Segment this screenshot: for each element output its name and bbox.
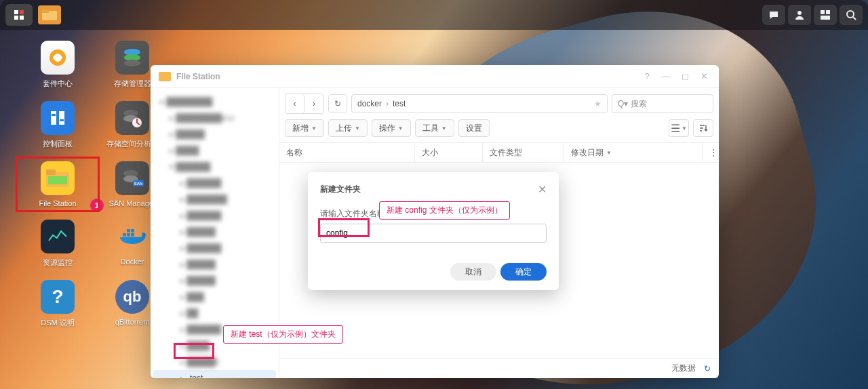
svg-rect-9 [821,16,830,20]
tools-button[interactable]: 工具▼ [415,119,454,137]
status-bar: 无数据 ↻ [279,358,719,378]
desktop-icons: 套件中心 存储管理器 控制面板 存储空间分析器 File Station SAN… [20,41,170,328]
svg-rect-18 [52,114,56,116]
tree-item[interactable]: ▸ ████ [153,142,276,159]
svg-rect-2 [14,16,18,20]
svg-line-11 [853,17,856,20]
tree-item[interactable]: ▸ ██ [153,305,276,321]
tree-item[interactable]: ▸ ███████ [153,191,276,207]
view-list-button[interactable]: ☰▼ [669,119,689,137]
svg-rect-25 [48,176,67,184]
search-input[interactable]: Q▾ 搜索 [612,94,713,113]
nav-back-button[interactable]: ‹ [285,94,304,113]
tree-item[interactable]: ▸ ████████ [153,94,276,110]
tree-item[interactable]: ▸ █████ [153,256,276,272]
annotation-callout-config: 新建 config 文件夹（仅为示例） [379,201,510,220]
window-title: File Station [176,72,635,81]
tree-item[interactable]: ▸ ██████ [153,175,276,191]
tree-item[interactable]: ▸ ██████ [153,240,276,256]
svg-rect-31 [123,233,126,237]
tree-item[interactable]: ▸ █████ [153,126,276,142]
search-icon[interactable] [840,5,863,25]
app-package-center[interactable]: 套件中心 [20,41,95,89]
svg-rect-35 [131,229,134,232]
taskbar [0,0,868,30]
dialog-title: 新建文件夹 [320,184,361,195]
chevron-right-icon: › [386,99,389,108]
annotation-callout-test: 新建 test（仅为示例）文件夹 [223,325,343,344]
search-icon: Q▾ [618,99,628,108]
col-type[interactable]: 文件类型 [483,143,564,162]
settings-button[interactable]: 设置 [458,119,490,137]
maximize-button[interactable]: ◻ [678,71,692,81]
taskbar-file-station[interactable] [38,5,61,24]
reload-button[interactable]: ↻ [328,94,347,113]
app-dsm-help[interactable]: ?DSM 说明 [20,280,95,328]
user-icon[interactable] [788,5,811,25]
tree-item[interactable]: ▸ █████ [153,272,276,289]
svg-point-6 [797,11,802,15]
new-folder-dialog: 新建文件夹 ✕ 请输入文件夹名称 取消 确定 [308,172,559,290]
dialog-close-button[interactable]: ✕ [538,183,547,196]
breadcrumb[interactable]: docker › test ★ [351,94,608,113]
nav-forward-button[interactable]: › [304,94,323,113]
tree-item[interactable]: ▸ █████k [153,354,276,370]
create-button[interactable]: 新增▼ [285,119,324,137]
col-more[interactable]: ⋮ [703,143,719,162]
status-text: 无数据 [671,363,696,374]
refresh-icon[interactable]: ↻ [704,364,711,373]
svg-rect-24 [46,169,56,175]
svg-rect-34 [127,229,130,232]
minimize-button[interactable]: — [659,71,673,81]
svg-rect-7 [821,10,825,14]
breadcrumb-segment[interactable]: test [393,99,406,108]
app-resource-monitor[interactable]: 资源监控 [20,220,95,268]
svg-rect-5 [42,9,49,13]
star-icon[interactable]: ★ [594,99,601,108]
dashboard-icon[interactable] [814,5,837,25]
table-header-row: 名称 大小 文件类型 修改日期 ▼ ⋮ [279,142,719,163]
col-name[interactable]: 名称 [279,143,415,162]
folder-icon [159,72,171,81]
svg-rect-1 [20,10,24,14]
svg-point-15 [124,60,140,66]
col-size[interactable]: 大小 [415,143,483,162]
svg-rect-33 [131,233,134,237]
tree-item[interactable]: ▸ ██████ [153,207,276,224]
breadcrumb-segment[interactable]: docker [357,99,382,108]
help-button[interactable]: ? [640,71,654,81]
tree-item[interactable]: ▸ ███ [153,289,276,305]
tree-item-test[interactable]: ▸test [153,370,276,378]
svg-rect-8 [826,10,830,14]
close-button[interactable]: ✕ [697,71,711,81]
col-date[interactable]: 修改日期 ▼ [564,143,703,162]
svg-rect-0 [14,10,18,14]
tree-item[interactable]: ▸ █████ [153,224,276,240]
svg-rect-19 [60,119,64,121]
chat-icon[interactable] [762,5,785,25]
cancel-button[interactable]: 取消 [450,263,496,281]
tree-item[interactable]: ▸ ████████ess [153,110,276,126]
app-file-station[interactable]: File Station [20,161,95,207]
apps-launcher-button[interactable] [5,4,33,26]
ok-button[interactable]: 确定 [500,263,547,281]
svg-point-10 [847,11,854,18]
svg-rect-3 [20,16,24,20]
window-titlebar[interactable]: File Station ? — ◻ ✕ [151,65,719,88]
tree-item[interactable]: ▾ ██████ [153,159,276,175]
svg-rect-17 [59,111,64,125]
upload-button[interactable]: 上传▼ [328,119,368,137]
app-control-panel[interactable]: 控制面板 [20,101,95,149]
svg-rect-16 [51,111,56,125]
svg-text:SAN: SAN [134,182,143,186]
svg-rect-32 [127,233,130,237]
operate-button[interactable]: 操作▼ [372,119,411,137]
sort-button[interactable] [693,119,713,137]
folder-name-input[interactable] [320,224,547,243]
